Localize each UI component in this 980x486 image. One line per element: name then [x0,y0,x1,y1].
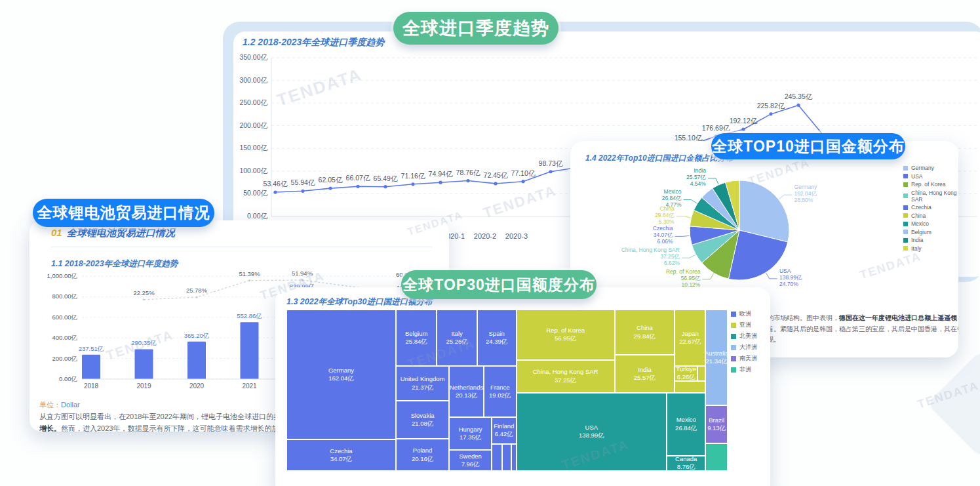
treemap-cell-name: India [638,366,652,374]
top30-treemap-chart: Germany162.04亿Czechia34.07亿Belgium25.84亿… [286,310,728,471]
treemap-cell-netherlands[interactable]: Netherlands20.13亿 [449,366,483,417]
line-point[interactable] [356,185,359,188]
treemap-cell-india[interactable]: India25.57亿 [615,355,675,393]
treemap-cell-value: 25.57亿 [634,374,656,382]
legend-label: China [911,213,926,219]
pie-label-value: 162.04亿 [794,190,817,197]
treemap-cell-poland[interactable]: Poland20.16亿 [396,439,449,471]
treemap-cell-france[interactable]: France19.02亿 [484,366,517,417]
treemap-cell[interactable] [502,444,511,471]
treemap-cell-united-kingdom[interactable]: United Kingdom21.37亿 [396,366,449,401]
treemap-cell[interactable] [705,443,728,471]
treemap-cell-name: Sweden [459,453,481,460]
bar-2019[interactable] [135,349,153,379]
treemap-cell[interactable] [511,444,517,471]
treemap-cell-china[interactable]: China29.84亿 [615,310,675,355]
legend-label: 非洲 [739,365,751,374]
treemap-cell-rep-of-korea[interactable]: Rep. of Korea56.95亿 [517,310,615,360]
treemap-cell-value: 25.84亿 [406,338,427,346]
pie-label-value: 37.25亿 [660,253,680,260]
treemap-cell[interactable] [492,444,502,471]
report-canvas: 1.2 2018-2023年全球进口季度趋势 350.00亿300.00亿250… [0,0,980,486]
pie-legend: GermanyUSARep. of KoreaChina, Hong Kong … [903,165,958,253]
treemap-cell-value: 162.04亿 [328,375,354,382]
legend-label: 亚洲 [739,321,751,329]
line-point[interactable] [383,185,387,188]
bar-2021[interactable] [241,322,259,379]
treemap-cell-value: 22.67亿 [679,338,701,346]
treemap-cell-hungary[interactable]: Hungary17.35亿 [449,417,492,450]
line-point[interactable] [328,186,332,190]
treemap-cell-name: Poland [413,447,433,455]
pie-label-value: 56.95亿 [681,275,701,281]
bar-2018[interactable] [82,355,100,379]
line-point-label: 55.94亿 [291,178,315,186]
line-point-label: 62.05亿 [319,176,343,184]
treemap-cell-canada[interactable]: Canada8.76亿 [667,456,705,471]
line-point[interactable] [521,180,524,183]
line-point[interactable] [273,190,277,193]
treemap-cell-brazil[interactable]: Brazil9.13亿 [705,405,728,443]
treemap-cell[interactable] [697,366,705,381]
line-point[interactable] [549,170,552,173]
treemap-cell-sweden[interactable]: Sweden7.96亿 [449,450,492,471]
treemap-cell-slovakia[interactable]: Slovakia21.08亿 [396,401,449,439]
treemap-cell-name: Finland [494,422,514,430]
treemap-cell-japan[interactable]: Japan22.67亿 [675,310,705,366]
badge-top30: 全球TOP30进口国额度分布 [401,270,597,299]
line-y-axis-label: 300.00亿 [239,76,267,84]
pie-leader-line [766,273,777,279]
treemap-cell-name: China, Hong Kong SAR [533,368,598,376]
treemap-cell-name: Spain [489,330,505,338]
bar-y-axis-label: 1,000.00亿 [47,272,78,279]
pie-label-percent: 5.30% [659,218,675,225]
top30-treemap-card: 1.3 2022年全球Top30进口国进口额分布 Germany162.04亿C… [275,287,770,486]
treemap-cell-belgium[interactable]: Belgium25.84亿 [396,310,437,366]
pie-label-value: 26.84亿 [662,195,682,201]
chevron-deco-icon [927,350,980,458]
pie-label-percent: 24.70% [779,281,798,287]
treemap-cell-china-hong-kong-sar[interactable]: China, Hong Kong SAR37.25亿 [517,360,615,393]
treemap-cell-australia[interactable]: Australia21.34亿 [705,310,728,405]
treemap-cell-name: USA [585,424,598,432]
treemap-cell-czechia[interactable]: Czechia34.07亿 [286,439,396,471]
line-point[interactable] [301,190,304,193]
pie-legend-item: Rep. of Korea [903,181,958,188]
line-point[interactable] [466,179,469,182]
treemap-legend-item: 南美洲 [731,354,757,363]
legend-swatch-icon [903,205,908,210]
treemap-cell-finland[interactable]: Finland6.42亿 [492,417,517,444]
line-point-label: 71.16亿 [401,172,425,180]
treemap-cell[interactable] [675,381,705,393]
treemap-cell-value: 9.13亿 [707,424,726,432]
line-point[interactable] [741,128,745,131]
line-point-label: 176.69亿 [702,124,730,132]
treemap-legend-item: 北美洲 [731,332,757,340]
treemap-cell-usa[interactable]: USA138.99亿 [517,393,667,471]
treemap-cell-spain[interactable]: Spain24.39亿 [477,310,517,366]
treemap-cell-germany[interactable]: Germany162.04亿 [286,310,396,439]
line-point[interactable] [769,112,772,115]
line-point-label: 74.94亿 [429,170,453,178]
legend-label: Czechia [911,204,931,211]
treemap-cell-mexico[interactable]: Mexico26.84亿 [667,393,705,456]
bar-2020[interactable] [187,342,206,379]
treemap-cell-turkiye[interactable]: Turkiye6.26亿 [675,366,697,381]
treemap-cell-italy[interactable]: Italy25.26亿 [437,310,477,366]
pie-label-name: Mexico [664,188,682,195]
line-point[interactable] [494,182,497,185]
line-point[interactable] [796,104,800,107]
pie-leader-line [684,200,697,203]
treemap-cell-name: Czechia [330,447,352,455]
treemap-cell-value: 21.37亿 [412,384,433,392]
line-point[interactable] [439,181,442,184]
treemap-cell-name: Hungary [459,426,482,434]
growth-point [143,298,145,300]
pie-leader-line [676,216,691,218]
pie-label-name: China, Hong Kong SAR [621,247,680,253]
treemap-cell-value: 6.42亿 [495,430,513,438]
line-point[interactable] [411,182,414,186]
legend-label: India [911,237,923,243]
unit-note: 单位：Dollar [39,400,80,410]
bar-x-axis-label: 2020 [189,382,205,390]
